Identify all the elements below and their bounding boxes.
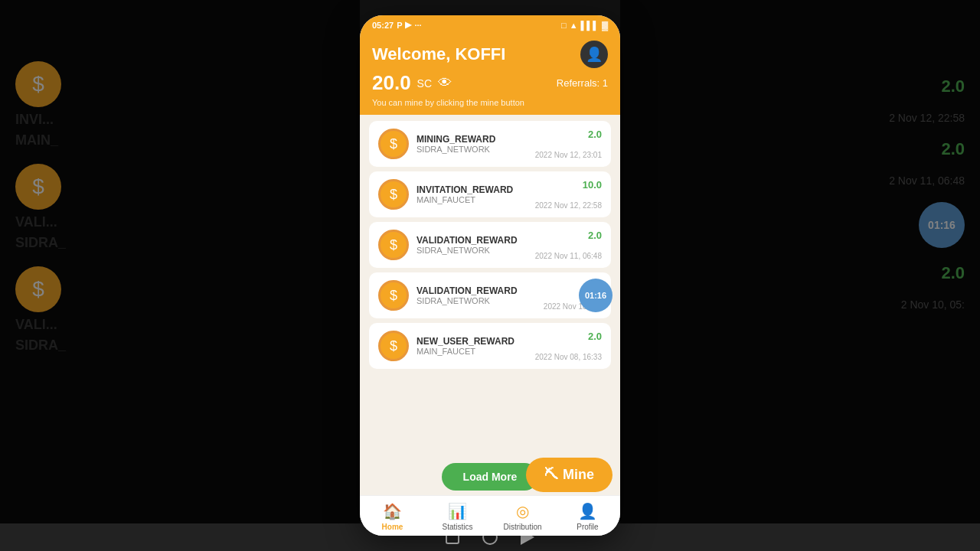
- status-dots-icon: ···: [414, 21, 421, 30]
- nav-item-profile[interactable]: 👤 Profile: [555, 502, 620, 531]
- load-more-button[interactable]: Load More: [442, 463, 539, 491]
- nav-label-profile: Profile: [577, 523, 598, 531]
- nav-item-home[interactable]: 🏠 Home: [360, 502, 425, 531]
- tx-amount: 2.0: [588, 230, 602, 241]
- transaction-item: $ VALIDATION_REWARD SIDRA_NETWORK 2.0 20…: [369, 272, 611, 318]
- mine-pickaxe-icon: ⛏: [544, 467, 558, 483]
- nav-icon-statistics: 📊: [448, 502, 467, 520]
- nav-icon-home: 🏠: [383, 502, 402, 520]
- welcome-text: Welcome, KOFFI: [372, 44, 505, 64]
- balance-unit: SC: [417, 77, 432, 90]
- wifi-icon: ▲: [570, 21, 578, 30]
- tx-date: 2022 Nov 08, 16:33: [535, 353, 602, 361]
- ghost-icon-3: $: [15, 266, 61, 312]
- tx-type: VALIDATION_REWARD: [416, 235, 602, 246]
- avatar[interactable]: 👤: [580, 41, 608, 68]
- time-display: 05:27: [372, 21, 394, 30]
- nav-item-statistics[interactable]: 📊 Statistics: [425, 502, 490, 531]
- load-more-section: Load More ⛏ Mine: [360, 455, 620, 495]
- coin-icon: $: [378, 331, 409, 361]
- tx-type: VALIDATION_REWARD: [416, 285, 602, 296]
- ghost-icon-2: $: [15, 164, 61, 210]
- mine-text: Mine: [563, 467, 594, 483]
- bg-right-panel: 2.0 2 Nov 12, 22:58 2.0 2 Nov 11, 06:48 …: [620, 0, 980, 551]
- nav-label-statistics: Statistics: [442, 523, 472, 531]
- nav-icon-distribution: ◎: [516, 502, 529, 520]
- tx-type: MINING_REWARD: [416, 134, 602, 145]
- status-yt-icon: ▶: [405, 20, 411, 30]
- transaction-item: $ MINING_REWARD SIDRA_NETWORK 2.0 2022 N…: [369, 121, 611, 167]
- status-bar: 05:27 P ▶ ··· □ ▲ ▌▌▌ ▓: [360, 15, 620, 34]
- bg-left-panel: $ INVI... MAIN_ $ VALI... SIDRA_ $ VALI.…: [0, 0, 360, 551]
- nav-label-distribution: Distribution: [503, 523, 541, 531]
- tx-date: 2022 Nov 12, 22:58: [535, 201, 602, 210]
- nav-label-home: Home: [382, 523, 403, 531]
- mine-button[interactable]: ⛏ Mine: [526, 458, 612, 492]
- timer-badge: 01:16: [579, 279, 612, 312]
- transaction-list: $ MINING_REWARD SIDRA_NETWORK 2.0 2022 N…: [360, 115, 620, 455]
- bottom-nav: 🏠 Home 📊 Statistics ◎ Distribution 👤 Pro…: [360, 495, 620, 536]
- coin-icon: $: [378, 230, 409, 260]
- mine-hint: You can mine by clicking the mine button: [372, 98, 608, 107]
- tx-amount: 2.0: [588, 331, 602, 342]
- phone-frame: 05:27 P ▶ ··· □ ▲ ▌▌▌ ▓ Welcome, KOFFI 👤…: [360, 15, 620, 536]
- tx-amount: 2.0: [588, 129, 602, 140]
- tx-type: NEW_USER_REWARD: [416, 336, 602, 347]
- balance-amount: 20.0: [372, 71, 411, 95]
- transaction-item: $ VALIDATION_REWARD SIDRA_NETWORK 2.0 20…: [369, 222, 611, 268]
- tx-type: INVITATION_REWARD: [416, 184, 602, 195]
- tx-date: 2022 Nov 11, 06:48: [535, 252, 602, 260]
- app-header: Welcome, KOFFI 👤 20.0 SC 👁 Referrals: 1 …: [360, 34, 620, 115]
- eye-icon[interactable]: 👁: [438, 75, 452, 91]
- tx-date: 2022 Nov 12, 23:01: [535, 151, 602, 159]
- status-p-icon: P: [397, 21, 402, 30]
- tx-amount: 10.0: [583, 179, 602, 191]
- signal-icon: ▌▌▌: [581, 21, 599, 30]
- coin-icon: $: [378, 129, 409, 159]
- referrals-display: Referrals: 1: [557, 77, 608, 89]
- transaction-item: $ INVITATION_REWARD MAIN_FAUCET 10.0 202…: [369, 171, 611, 217]
- coin-icon: $: [378, 280, 409, 311]
- ghost-icon-1: $: [15, 61, 61, 107]
- coin-icon: $: [378, 179, 409, 210]
- sim-icon: □: [561, 21, 567, 30]
- nav-item-distribution[interactable]: ◎ Distribution: [490, 502, 555, 531]
- transaction-item: $ NEW_USER_REWARD MAIN_FAUCET 2.0 2022 N…: [369, 323, 611, 369]
- battery-icon: ▓: [602, 21, 608, 30]
- nav-icon-profile: 👤: [578, 502, 597, 520]
